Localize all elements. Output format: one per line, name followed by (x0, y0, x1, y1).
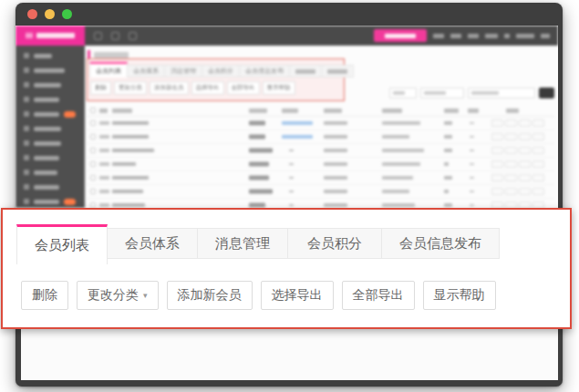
sidebar-item[interactable] (16, 97, 85, 102)
header-menu-item[interactable] (485, 34, 498, 38)
cell-email-link-placeholder[interactable] (282, 135, 313, 139)
action-chip[interactable] (532, 174, 544, 181)
action-chip[interactable] (505, 147, 517, 154)
row-checkbox[interactable] (90, 134, 96, 139)
header-menu-item[interactable] (504, 34, 510, 38)
mini-tab-settings-placeholder[interactable] (289, 65, 322, 77)
cell-dash-placeholder (289, 204, 294, 206)
action-chip[interactable] (519, 174, 531, 181)
action-chip[interactable] (491, 147, 503, 154)
cell-username-link-placeholder[interactable] (112, 135, 149, 139)
cell-username-link-placeholder[interactable] (112, 190, 143, 193)
header-menu-item[interactable] (433, 34, 444, 38)
mini-tab-member-list[interactable]: 会员列表 (89, 62, 128, 77)
tab-member-info-publish[interactable]: 会员信息发布 (381, 228, 500, 259)
action-chip[interactable] (505, 160, 517, 168)
sidebar-item[interactable] (16, 53, 85, 58)
action-chip[interactable] (505, 119, 517, 127)
sidebar-item[interactable] (16, 140, 85, 146)
close-window-button[interactable] (27, 9, 37, 19)
row-actions (491, 119, 544, 127)
header-menu-item[interactable] (468, 34, 479, 38)
mini-show-help-button[interactable]: 显示帮助 (263, 81, 295, 95)
header-menu-item[interactable] (516, 34, 534, 38)
sidebar-item[interactable] (16, 111, 85, 117)
sidebar-item[interactable] (16, 82, 85, 88)
mini-tab-member-points[interactable]: 会员积分 (202, 65, 240, 77)
search-button[interactable] (539, 88, 554, 98)
row-checkbox[interactable] (90, 120, 96, 126)
select-all-checkbox[interactable] (90, 108, 96, 113)
action-chip[interactable] (519, 119, 531, 127)
action-chip[interactable] (505, 133, 517, 140)
row-checkbox[interactable] (90, 161, 96, 167)
sidebar-item[interactable] (16, 67, 85, 73)
header-right-menu (374, 29, 558, 42)
mini-tab-settings-placeholder[interactable] (321, 65, 354, 77)
action-chip[interactable] (532, 119, 544, 127)
header-primary-button[interactable] (374, 29, 427, 42)
add-member-button[interactable]: 添加新会员 (167, 281, 253, 310)
action-chip[interactable] (505, 174, 517, 181)
cell-username-link-placeholder[interactable] (112, 162, 136, 166)
mini-tab-member-info-publish[interactable]: 会员信息发布 (239, 65, 290, 77)
header-menu-item[interactable] (541, 34, 550, 38)
mini-delete-button[interactable]: 删除 (90, 81, 111, 95)
action-chip[interactable] (532, 188, 544, 195)
row-checkbox[interactable] (90, 189, 96, 194)
cell-number-placeholder (444, 121, 452, 125)
show-help-button[interactable]: 显示帮助 (423, 281, 496, 310)
action-chip[interactable] (519, 188, 531, 195)
action-chip[interactable] (491, 160, 503, 168)
cell-username-link-placeholder[interactable] (112, 203, 145, 207)
change-category-button[interactable]: 更改分类▾ (77, 281, 159, 310)
action-chip[interactable] (519, 160, 531, 168)
tab-member-list[interactable]: 会员列表 (16, 224, 108, 264)
export-all-button[interactable]: 全部导出 (342, 281, 415, 310)
overlay-toolbar: 删除 更改分类▾ 添加新会员 选择导出 全部导出 显示帮助 (21, 281, 570, 310)
sidebar-item[interactable] (16, 155, 85, 160)
tab-member-points[interactable]: 会员积分 (287, 228, 382, 259)
delete-button[interactable]: 删除 (21, 281, 68, 310)
action-chip[interactable] (519, 147, 531, 154)
sidebar-item[interactable] (16, 199, 85, 204)
action-chip[interactable] (532, 133, 544, 140)
sidebar-item[interactable] (16, 170, 85, 175)
row-checkbox[interactable] (90, 175, 96, 181)
row-checkbox[interactable] (90, 148, 96, 153)
action-chip[interactable] (491, 174, 503, 181)
filter-select[interactable] (389, 88, 417, 98)
action-chip[interactable] (491, 133, 503, 140)
header-icon-placeholder[interactable] (129, 32, 137, 40)
mini-select-export-button[interactable]: 选择导出 (191, 81, 224, 95)
mini-change-category-button[interactable]: 更改分类 (114, 81, 147, 95)
admin-logo[interactable] (16, 26, 85, 46)
header-icon-placeholder[interactable] (111, 32, 119, 40)
tab-member-system[interactable]: 会员体系 (107, 228, 198, 259)
action-chip[interactable] (491, 119, 503, 127)
cell-username-link-placeholder[interactable] (112, 176, 149, 180)
zoom-window-button[interactable] (62, 9, 72, 19)
header-menu-item[interactable] (450, 34, 461, 38)
action-chip[interactable] (491, 188, 503, 195)
action-chip[interactable] (519, 133, 531, 140)
sidebar-item[interactable] (16, 126, 85, 131)
header-icon-placeholder[interactable] (94, 32, 102, 40)
cell-email-link-placeholder[interactable] (282, 121, 313, 125)
search-input[interactable] (468, 88, 535, 98)
cell-username-link-placeholder[interactable] (112, 149, 154, 152)
tab-message-management[interactable]: 消息管理 (197, 228, 288, 259)
action-chip[interactable] (505, 188, 517, 195)
mini-add-member-button[interactable]: 添加新会员 (150, 81, 189, 95)
cell-date-placeholder (324, 135, 347, 139)
filter-select[interactable] (420, 88, 464, 98)
action-chip[interactable] (532, 160, 544, 168)
cell-username-link-placeholder[interactable] (112, 121, 149, 125)
mini-export-all-button[interactable]: 全部导出 (227, 81, 260, 95)
minimize-window-button[interactable] (45, 9, 55, 19)
mini-tab-message-management[interactable]: 消息管理 (164, 65, 202, 77)
mini-tab-member-system[interactable]: 会员体系 (127, 65, 165, 77)
select-export-button[interactable]: 选择导出 (261, 281, 334, 310)
sidebar-item[interactable] (16, 184, 85, 190)
action-chip[interactable] (532, 147, 544, 154)
